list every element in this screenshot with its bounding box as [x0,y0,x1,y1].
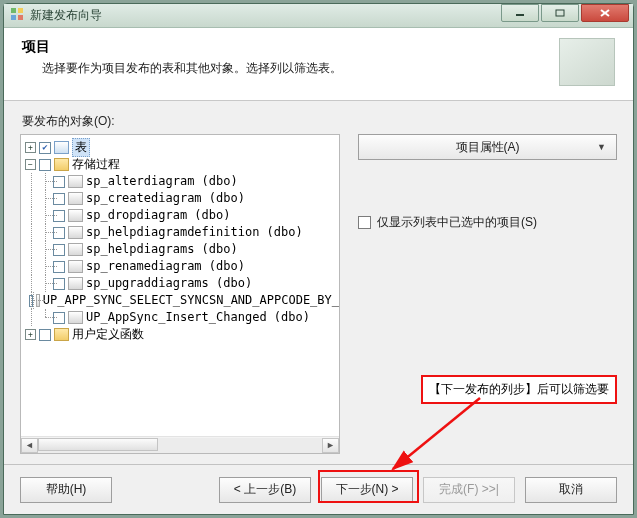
objects-label: 要发布的对象(O): [22,113,617,130]
tree-item-label: UP_AppSync_Insert_Changed (dbo) [86,309,310,326]
close-icon [599,8,611,18]
finish-button: 完成(F) >>| [423,477,515,503]
checkbox[interactable] [39,159,51,171]
checkbox[interactable]: ✔ [39,142,51,154]
tree-node-sp[interactable]: UP_APP_SYNC_SELECT_SYNCSN_AND_APPCODE_BY… [25,292,339,309]
minimize-icon [515,9,525,17]
svg-rect-5 [556,10,564,16]
objects-tree[interactable]: + ✔ 表 − 存储过程 sp_alterdiagram (dbo) sp_ [20,134,340,454]
tree-node-sp[interactable]: sp_helpdiagrams (dbo) [25,241,339,258]
collapse-icon[interactable]: − [25,159,36,170]
tree-node-label: 表 [72,138,90,157]
tree-node-sp[interactable]: UP_AppSync_Insert_Changed (dbo) [25,309,339,326]
show-selected-only-row: 仅显示列表中已选中的项目(S) [358,214,617,231]
tree-item-label: sp_alterdiagram (dbo) [86,173,238,190]
tree-item-label: sp_helpdiagrams (dbo) [86,241,238,258]
page-title: 项目 [22,38,559,56]
show-selected-only-label: 仅显示列表中已选中的项目(S) [377,214,537,231]
tree-node-label: 存储过程 [72,156,120,173]
expand-icon[interactable]: + [25,142,36,153]
tree-item-label: sp_creatediagram (dbo) [86,190,245,207]
table-icon [54,141,69,154]
stored-procedure-icon [68,192,83,205]
tree-node-stored-procedures[interactable]: − 存储过程 [25,156,339,173]
right-column: 项目属性(A) ▼ 仅显示列表中已选中的项目(S) [358,134,617,456]
tree-node-sp[interactable]: sp_renamediagram (dbo) [25,258,339,275]
next-button[interactable]: 下一步(N) > [321,477,413,503]
scroll-left-button[interactable]: ◄ [21,438,38,453]
tree-node-sp[interactable]: sp_upgraddiagrams (dbo) [25,275,339,292]
stored-procedure-icon [68,311,83,324]
stored-procedure-icon [68,277,83,290]
wizard-body: 要发布的对象(O): + ✔ 表 − [4,101,633,464]
wizard-header: 项目 选择要作为项目发布的表和其他对象。选择列以筛选表。 [4,28,633,101]
tree-node-sp[interactable]: sp_dropdiagram (dbo) [25,207,339,224]
tree-node-tables[interactable]: + ✔ 表 [25,139,339,156]
item-properties-label: 项目属性(A) [456,139,520,156]
header-illustration [559,38,615,86]
svg-rect-0 [11,8,16,13]
wizard-footer: 帮助(H) < 上一步(B) 下一步(N) > 完成(F) >>| 取消 [4,464,633,514]
annotation-callout: 【下一发布的列步】后可以筛选要 [421,375,617,404]
page-subtitle: 选择要作为项目发布的表和其他对象。选择列以筛选表。 [42,60,559,77]
stored-procedure-icon [68,209,83,222]
maximize-button[interactable] [541,4,579,22]
stored-procedure-icon [68,243,83,256]
checkbox[interactable] [39,329,51,341]
tree-item-label: sp_upgraddiagrams (dbo) [86,275,252,292]
wizard-window: 新建发布向导 项目 选择要作为项目发布的表和其他对象。选择列以筛选表。 要发布的… [3,3,634,515]
close-button[interactable] [581,4,629,22]
tree-item-label: sp_renamediagram (dbo) [86,258,245,275]
maximize-icon [555,9,565,17]
help-button[interactable]: 帮助(H) [20,477,112,503]
expand-icon[interactable]: + [25,329,36,340]
chevron-down-icon: ▼ [597,142,606,152]
horizontal-scrollbar[interactable]: ◄ ► [21,436,339,453]
function-folder-icon [54,328,69,341]
stored-procedure-icon [68,226,83,239]
scroll-right-button[interactable]: ► [322,438,339,453]
scroll-thumb[interactable] [38,438,158,451]
svg-rect-3 [18,15,23,20]
stored-procedure-icon [68,260,83,273]
tree-item-label: sp_helpdiagramdefinition (dbo) [86,224,303,241]
minimize-button[interactable] [501,4,539,22]
show-selected-only-checkbox[interactable] [358,216,371,229]
tree-item-label: sp_dropdiagram (dbo) [86,207,231,224]
title-bar: 新建发布向导 [4,4,633,28]
svg-rect-2 [11,15,16,20]
item-properties-button[interactable]: 项目属性(A) ▼ [358,134,617,160]
svg-rect-1 [18,8,23,13]
folder-icon [54,158,69,171]
stored-procedure-icon [68,175,83,188]
tree-item-label: UP_APP_SYNC_SELECT_SYNCSN_AND_APPCODE_BY… [43,292,339,309]
window-title: 新建发布向导 [30,7,102,24]
tree-node-sp[interactable]: sp_helpdiagramdefinition (dbo) [25,224,339,241]
app-icon [10,7,24,24]
tree-node-label: 用户定义函数 [72,326,144,343]
scroll-track[interactable] [38,438,322,453]
cancel-button[interactable]: 取消 [525,477,617,503]
back-button[interactable]: < 上一步(B) [219,477,311,503]
tree-node-udf[interactable]: + 用户定义函数 [25,326,339,343]
tree-node-sp[interactable]: sp_alterdiagram (dbo) [25,173,339,190]
tree-node-sp[interactable]: sp_creatediagram (dbo) [25,190,339,207]
